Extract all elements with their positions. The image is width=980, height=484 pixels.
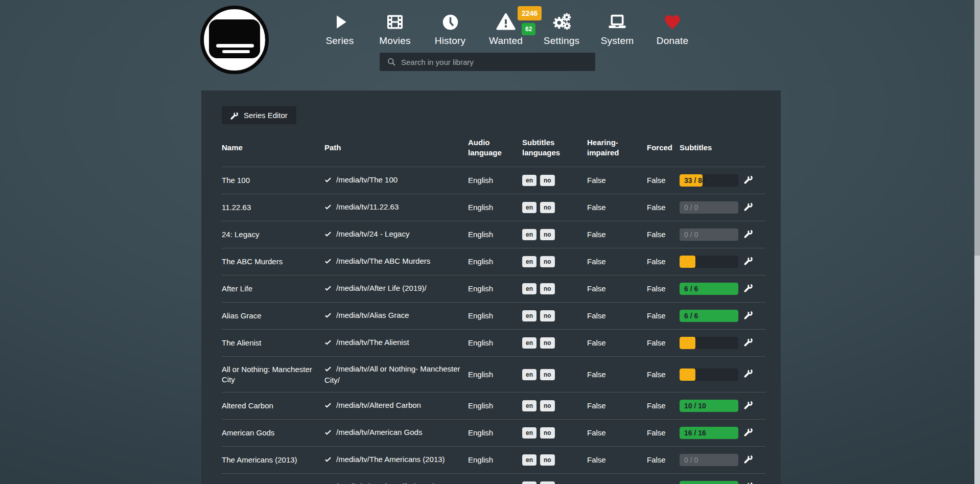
audio-language: English xyxy=(468,248,522,275)
subtitles-progress-label: 10 / 10 xyxy=(684,481,706,484)
actions-cell xyxy=(744,303,765,330)
nav-item-wanted[interactable]: 2246 62 Wanted xyxy=(478,11,534,47)
subtitle-language-badge: en xyxy=(522,175,536,186)
subtitles-progress-bar: 10 / 10 xyxy=(680,481,738,484)
subtitle-language-badge: no xyxy=(540,400,555,411)
subtitle-language-badge: no xyxy=(540,256,555,267)
search-input[interactable] xyxy=(380,53,595,71)
edit-series-button[interactable] xyxy=(744,175,753,186)
subtitle-languages-cell: enno xyxy=(522,474,587,484)
subtitles-progress-cell xyxy=(680,330,744,357)
series-path: /media/tv/Altered Carbon xyxy=(336,401,421,409)
edit-series-button[interactable] xyxy=(744,368,753,379)
nav-label: Series xyxy=(325,35,354,47)
hearing-impaired-value: False xyxy=(587,420,647,447)
series-editor-button[interactable]: Series Editor xyxy=(222,106,296,124)
edit-series-button[interactable] xyxy=(744,400,753,411)
series-name[interactable]: American Gods xyxy=(222,420,324,447)
wrench-icon xyxy=(744,313,753,321)
subtitles-progress-cell: 10 / 10 xyxy=(680,393,744,420)
series-name[interactable]: After Life xyxy=(222,275,324,303)
wrench-icon xyxy=(744,232,753,240)
forced-value: False xyxy=(647,357,680,393)
table-row: 11.22.63/media/tv/11.22.63EnglishennoFal… xyxy=(222,194,765,221)
subtitles-progress-cell: 6 / 6 xyxy=(680,275,744,303)
header-forced: Forced xyxy=(647,134,680,167)
table-row: The ABC Murders/media/tv/The ABC Murders… xyxy=(222,248,765,275)
edit-series-button[interactable] xyxy=(744,454,753,465)
series-name[interactable]: The Alienist xyxy=(222,330,324,357)
subtitles-progress-label: 16 / 16 xyxy=(684,427,706,439)
edit-series-button[interactable] xyxy=(744,310,753,321)
nav-label: Donate xyxy=(657,35,688,47)
check-icon xyxy=(324,338,332,349)
forced-value: False xyxy=(647,474,680,484)
series-name[interactable]: Alias Grace xyxy=(222,303,324,330)
wrench-icon xyxy=(744,430,753,438)
subtitles-progress-label: 6 / 6 xyxy=(684,310,698,322)
scrollbar-thumb[interactable] xyxy=(974,0,980,256)
nav-item-movies[interactable]: Movies xyxy=(367,11,423,47)
nav-label: Settings xyxy=(544,35,579,47)
gears-icon xyxy=(552,11,571,33)
series-path: /media/tv/The Americans (2013) xyxy=(336,455,445,464)
series-name[interactable]: Altered Carbon xyxy=(222,393,324,420)
wrench-icon xyxy=(744,403,753,411)
subtitle-language-badge: no xyxy=(540,229,555,240)
nav-item-settings[interactable]: Settings xyxy=(533,11,590,47)
subtitles-progress-cell: 0 / 0 xyxy=(680,194,744,221)
app-logo[interactable] xyxy=(200,6,269,74)
edit-series-button[interactable] xyxy=(744,229,753,240)
actions-cell xyxy=(744,221,765,248)
edit-series-button[interactable] xyxy=(744,481,753,484)
subtitle-language-badge: en xyxy=(522,256,536,267)
nav-item-system[interactable]: System xyxy=(589,11,645,47)
hearing-impaired-value: False xyxy=(587,275,647,303)
hearing-impaired-value: False xyxy=(587,248,647,275)
audio-language: English xyxy=(468,221,522,248)
nav-item-history[interactable]: History xyxy=(422,11,478,47)
actions-cell xyxy=(744,330,765,357)
subtitles-progress-cell: 0 / 0 xyxy=(680,221,744,248)
series-path-cell: /media/tv/11.22.63 xyxy=(324,194,468,221)
subtitles-progress-cell: 16 / 16 xyxy=(680,420,744,447)
series-path: /media/tv/The 100 xyxy=(336,175,398,184)
subtitles-progress-label: 33 / 84 xyxy=(684,174,706,187)
subtitle-language-badge: no xyxy=(540,283,555,294)
subtitles-progress-bar: 0 / 0 xyxy=(680,228,738,241)
series-name[interactable]: The ABC Murders xyxy=(222,248,324,275)
subtitles-progress-cell xyxy=(680,357,744,393)
subtitle-language-badge: en xyxy=(522,400,536,411)
forced-value: False xyxy=(647,248,680,275)
series-name[interactable]: 11.22.63 xyxy=(222,194,324,221)
library-search xyxy=(380,53,595,71)
subtitle-language-badge: no xyxy=(540,202,555,213)
edit-series-button[interactable] xyxy=(744,256,753,267)
check-icon xyxy=(324,428,332,439)
forced-value: False xyxy=(647,393,680,420)
subtitles-progress-bar: 0 / 0 xyxy=(680,201,738,214)
actions-cell xyxy=(744,447,765,474)
edit-series-button[interactable] xyxy=(744,283,753,294)
nav-item-donate[interactable]: Donate xyxy=(644,11,701,47)
series-name[interactable]: The 100 xyxy=(222,167,324,194)
series-name[interactable]: All or Nothing: Manchester City xyxy=(222,357,324,393)
edit-series-button[interactable] xyxy=(744,202,753,213)
series-path: /media/tv/After Life (2019)/ xyxy=(336,284,427,292)
series-path: /media/tv/11.22.63 xyxy=(336,202,399,211)
nav-item-series[interactable]: Series xyxy=(312,11,368,47)
laptop-icon xyxy=(607,11,627,33)
series-name[interactable]: 24: Legacy xyxy=(222,221,324,248)
subtitles-progress-bar: 0 / 0 xyxy=(680,454,738,466)
subtitles-progress-cell: 10 / 10 xyxy=(680,474,744,484)
series-path-cell: /media/tv/The Americans (2013) xyxy=(324,447,468,474)
subtitle-languages-cell: enno xyxy=(522,194,587,221)
series-name[interactable]: The Americans (2013) xyxy=(222,447,324,474)
edit-series-button[interactable] xyxy=(744,427,753,438)
table-row: 24: Legacy/media/tv/24 - LegacyEnglishen… xyxy=(222,221,765,248)
edit-series-button[interactable] xyxy=(744,337,753,348)
series-path: /media/tv/Another Life (2019) xyxy=(336,482,435,484)
wrench-icon xyxy=(744,205,753,213)
page-scrollbar xyxy=(974,0,980,484)
series-name[interactable]: Another Life (2019) xyxy=(222,474,324,484)
